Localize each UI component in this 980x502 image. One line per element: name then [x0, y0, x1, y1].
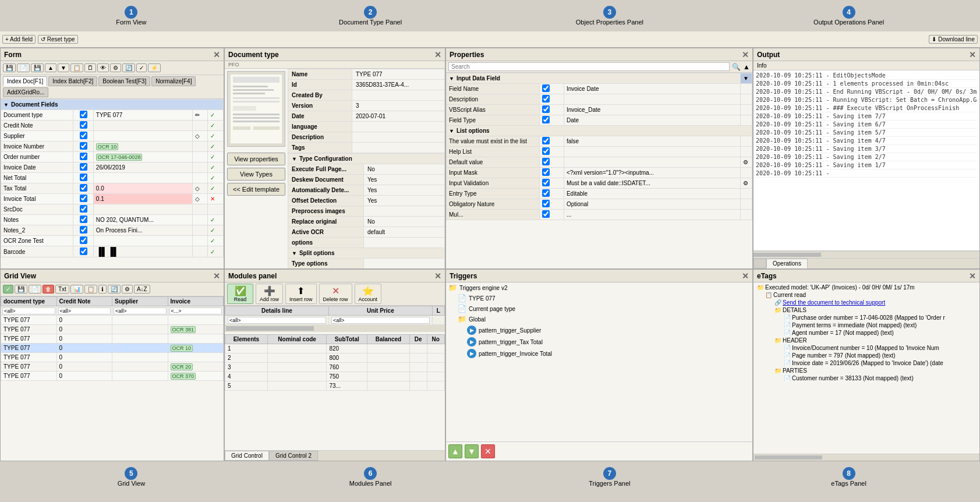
grid-tool-7[interactable]: ℹ [98, 285, 107, 294]
prop-check[interactable] [542, 105, 550, 113]
prop-check[interactable] [542, 158, 550, 165]
prop-check[interactable] [542, 116, 550, 123]
edit-template-button[interactable]: << Edit template [227, 183, 285, 196]
mod-tab-grid-control-2[interactable]: Grid Control 2 [269, 451, 318, 461]
mod-btn-read[interactable]: ✅ Read [227, 284, 253, 304]
field-check[interactable] [80, 226, 87, 234]
table-row[interactable]: Notes NO 202, QUANTUM... ✓ [1, 215, 224, 225]
tab-addxgrid[interactable]: AddXGridRo... [3, 87, 48, 97]
prop-check[interactable] [542, 137, 550, 144]
etag-header-folder[interactable]: 📁 HEADER [756, 337, 977, 344]
table-row[interactable]: Document type TYPE 077 ✏ ✓ [1, 110, 224, 121]
table-row[interactable]: Net Total ✓ [1, 173, 224, 183]
add-field-button[interactable]: + Add field [2, 35, 36, 44]
table-row[interactable]: Notes_2 On Process Fini... ✓ [1, 225, 224, 236]
filter-credit-note[interactable] [58, 307, 111, 314]
prop-check[interactable] [542, 210, 550, 218]
view-types-button[interactable]: View Types [227, 168, 285, 181]
trigger-item-invoice-total[interactable]: ▶ pattern_trigger_Invoice Total [446, 348, 752, 359]
props-panel-close[interactable]: ✕ [742, 50, 749, 59]
form-tool-1[interactable]: 💾 [3, 63, 16, 72]
prop-check[interactable] [542, 168, 550, 176]
mod-btn-account[interactable]: ⭐ Account [355, 284, 382, 304]
etags-panel-close[interactable]: ✕ [969, 271, 976, 281]
trigger-item-current-page[interactable]: 📄 Current page type [446, 303, 752, 314]
form-tool-up[interactable]: ▲ [45, 63, 56, 72]
prop-check[interactable] [542, 189, 550, 197]
trigger-item-supplier[interactable]: ▶ pattern_trigger_Supplier [446, 324, 752, 336]
table-row[interactable]: Credit Note ✓ [1, 121, 224, 131]
form-tool-6[interactable]: 👁 [97, 63, 109, 72]
trigger-item-type077[interactable]: 📄 TYPE 077 [446, 293, 752, 303]
grid-tool-5[interactable]: 📊 [70, 285, 83, 294]
table-row[interactable]: Order number OCR 17-046-0028 ✓ [1, 152, 224, 162]
table-row[interactable]: TYPE 077 0 [1, 353, 224, 362]
etag-item-link[interactable]: 🔗 Send the document to technical support [756, 299, 977, 306]
table-row[interactable]: TYPE 077 0 OCR 10 [1, 344, 224, 353]
form-tool-10[interactable]: ⚡ [148, 63, 161, 72]
doc-panel-close[interactable]: ✕ [434, 50, 441, 59]
table-row[interactable]: 4750 [225, 372, 445, 381]
filter-supplier[interactable] [114, 307, 166, 314]
table-row[interactable]: 1820 [225, 344, 445, 353]
form-tool-3[interactable]: 💾 [31, 63, 44, 72]
table-row[interactable]: TYPE 077 0 [1, 316, 224, 325]
trigger-delete-button[interactable]: ✕ [481, 444, 495, 458]
grid-tool-save[interactable]: 💾 [15, 285, 27, 294]
form-tool-8[interactable]: 🔄 [122, 63, 135, 72]
field-check[interactable] [80, 153, 87, 160]
table-row[interactable]: Invoice Number OCR 10 ✓ [1, 142, 224, 152]
table-row[interactable]: 3760 [225, 363, 445, 372]
table-row[interactable]: Invoice Total 0.1 ◇ ✕ [1, 194, 224, 204]
tab-boolean-test[interactable]: Boolean Test[F3] [98, 76, 150, 86]
field-check[interactable] [80, 142, 87, 150]
grid-tool-8[interactable]: 🔄 [108, 285, 121, 294]
table-row[interactable]: Tax Total 0.0 ◇ ✓ [1, 183, 224, 194]
field-check[interactable] [80, 111, 87, 118]
edit-icon[interactable]: ✏ [195, 112, 200, 118]
view-properties-button[interactable]: View properties [227, 153, 285, 165]
output-hscroll[interactable] [753, 251, 979, 258]
etag-link-text[interactable]: Send the document to technical support [783, 299, 885, 306]
field-check[interactable] [80, 184, 87, 192]
prop-check[interactable] [542, 200, 550, 207]
download-button[interactable]: ⬇ Download line [929, 35, 978, 44]
table-row[interactable]: TYPE 077 0 OCR 370 [1, 372, 224, 381]
grid-tool-txt[interactable]: Txt [55, 285, 69, 294]
grid-tool-doc[interactable]: 📄 [29, 285, 41, 294]
triggers-panel-close[interactable]: ✕ [742, 271, 749, 281]
trigger-up-button[interactable]: ▲ [448, 444, 462, 458]
table-row[interactable]: Invoice Date 26/06/2019 ✓ [1, 162, 224, 173]
output-tab-operations[interactable]: Operations [766, 259, 808, 268]
grid-tool-check[interactable]: ✓ [3, 285, 13, 294]
grid-tool-sort[interactable]: A↓Z [134, 285, 150, 294]
mod-btn-add-row[interactable]: ➕ Add row [256, 284, 283, 304]
trigger-item-engine[interactable]: 📁 Triggers engine v2 [446, 282, 752, 293]
output-panel-close[interactable]: ✕ [969, 50, 976, 59]
tab-index-batch[interactable]: Index Batch[F2] [48, 76, 97, 86]
grid-tool-9[interactable]: ⚙ [122, 285, 133, 294]
props-search-input[interactable] [448, 62, 730, 71]
props-scroll-up[interactable]: ▲ [743, 63, 750, 71]
mod-tab-grid-control[interactable]: Grid Control [225, 451, 269, 461]
mod-filter-price[interactable] [331, 317, 430, 324]
field-check[interactable] [80, 205, 87, 213]
tab-index-doc[interactable]: Index Doc[F1] [3, 76, 47, 86]
etag-details-folder[interactable]: 📁 DETAILS [756, 306, 977, 314]
field-check[interactable] [80, 248, 87, 255]
trigger-down-button[interactable]: ▼ [465, 444, 479, 458]
field-check[interactable] [80, 174, 87, 181]
table-row[interactable]: 2800 [225, 353, 445, 363]
trigger-item-global[interactable]: 📁 Global [446, 314, 752, 324]
mod-btn-delete-row[interactable]: ✕ Delete row [319, 284, 352, 304]
gear-icon[interactable]: ⚙ [743, 159, 748, 165]
grid-panel-close[interactable]: ✕ [213, 271, 220, 281]
field-check[interactable] [80, 236, 87, 244]
field-check[interactable] [80, 121, 87, 129]
etag-parties-folder[interactable]: 📁 PARTIES [756, 367, 977, 374]
table-row[interactable]: TYPE 077 0 OCR 20 [1, 362, 224, 372]
modules-panel-close[interactable]: ✕ [434, 271, 441, 281]
filter-doc-type[interactable] [2, 307, 55, 314]
modules-hscroll[interactable] [225, 325, 445, 332]
grid-tool-del[interactable]: 🗑 [43, 285, 54, 294]
